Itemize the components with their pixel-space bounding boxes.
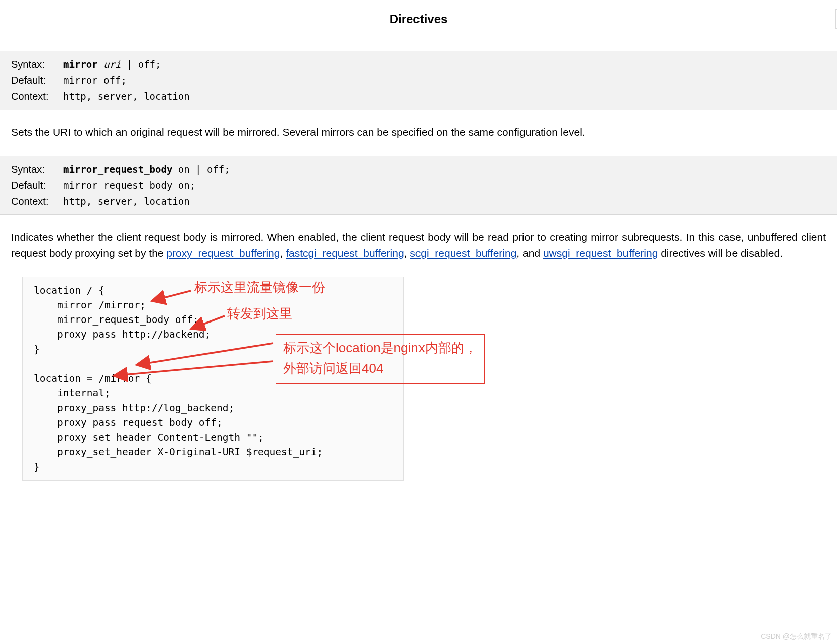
default-value: mirror off; (63, 73, 127, 88)
syntax-keyword: mirror_request_body (63, 164, 172, 175)
description-mirror-request-body: Indicates whether the client request bod… (0, 229, 837, 262)
default-row: Default: mirror off; (11, 72, 826, 88)
annotation-internal-line2: 外部访问返回404 (283, 361, 383, 376)
syntax-keyword: mirror (63, 59, 98, 70)
context-row: Context: http, server, location (11, 193, 826, 209)
context-value: http, server, location (63, 194, 190, 209)
syntax-value: mirror_request_body on | off; (63, 162, 230, 177)
page-title: Directives (0, 10, 837, 36)
annotation-internal-line1: 标示这个location是nginx内部的， (283, 340, 477, 355)
default-label: Default: (11, 177, 63, 193)
syntax-label: Syntax: (11, 56, 63, 72)
context-label: Context: (11, 193, 63, 209)
syntax-rest: on | off; (172, 164, 230, 175)
scrollbar-indicator (835, 9, 837, 29)
link-fastcgi-request-buffering[interactable]: fastcgi_request_buffering (286, 247, 404, 259)
context-label: Context: (11, 88, 63, 104)
directive-box-mirror: Syntax: mirror uri | off; Default: mirro… (0, 51, 837, 110)
link-proxy-request-buffering[interactable]: proxy_request_buffering (166, 247, 280, 259)
syntax-value: mirror uri | off; (63, 57, 161, 72)
syntax-arg: uri (103, 59, 121, 70)
context-value: http, server, location (63, 89, 190, 104)
example-area: location / { mirror /mirror; mirror_requ… (11, 277, 826, 481)
annotation-mirror-copy: 标示这里流量镜像一份 (194, 278, 325, 297)
desc-text-b: directives will be disabled. (658, 247, 783, 259)
syntax-row: Syntax: mirror_request_body on | off; (11, 161, 826, 177)
default-row: Default: mirror_request_body on; (11, 177, 826, 193)
default-label: Default: (11, 72, 63, 88)
default-value: mirror_request_body on; (63, 178, 195, 193)
link-uwsgi-request-buffering[interactable]: uwsgi_request_buffering (543, 247, 658, 259)
directive-box-mirror-request-body: Syntax: mirror_request_body on | off; De… (0, 156, 837, 215)
syntax-row: Syntax: mirror uri | off; (11, 56, 826, 72)
description-mirror: Sets the URI to which an original reques… (0, 124, 837, 141)
annotation-internal-404: 标示这个location是nginx内部的， 外部访问返回404 (276, 334, 485, 384)
link-scgi-request-buffering[interactable]: scgi_request_buffering (410, 247, 516, 259)
syntax-rest: | off; (121, 59, 161, 70)
annotation-forward-here: 转发到这里 (227, 304, 292, 324)
context-row: Context: http, server, location (11, 88, 826, 104)
syntax-label: Syntax: (11, 161, 63, 177)
